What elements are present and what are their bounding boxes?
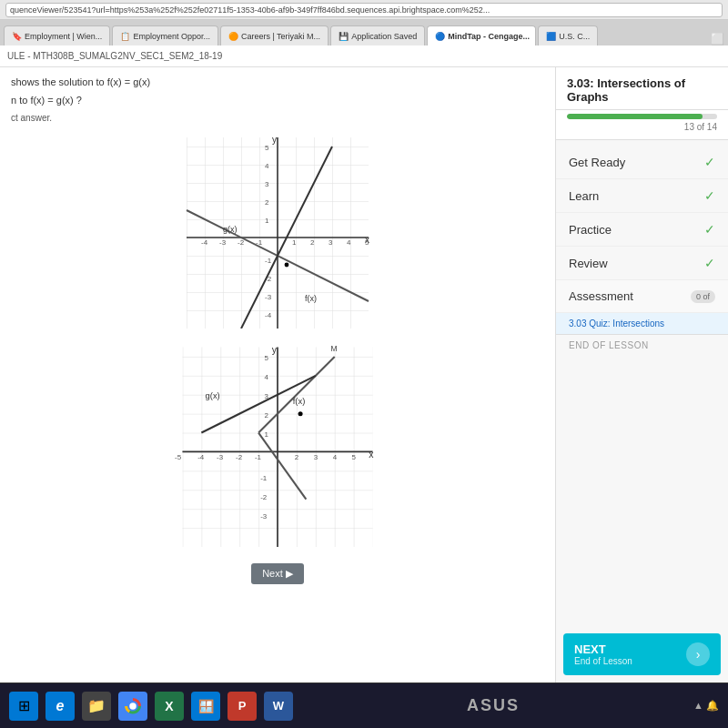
asus-logo: ASUS	[467, 696, 520, 714]
tab-employment-wien[interactable]: 🔖 Employment | Wien...	[4, 25, 110, 46]
svg-text:f(x): f(x)	[305, 294, 317, 303]
svg-text:-1: -1	[265, 257, 272, 265]
check-icon-practice: ✓	[704, 222, 715, 237]
next-content-button[interactable]: Next ▶	[251, 563, 304, 584]
svg-text:2: 2	[295, 453, 299, 461]
check-icon-get-ready: ✓	[704, 155, 715, 169]
taskbar: ⊞ e 📁 X 🪟 P W ASUS ▲ 🔔	[0, 682, 728, 728]
browser-taskbar-icon[interactable]: e	[46, 692, 75, 721]
svg-text:-3: -3	[219, 238, 227, 247]
svg-text:1: 1	[265, 217, 269, 225]
browser-url-bar: quenceViewer/523541?url=https%253a%252f%…	[0, 0, 728, 20]
svg-point-57	[298, 411, 303, 416]
sidebar-label-get-ready: Get Ready	[569, 156, 625, 169]
svg-text:f(x): f(x)	[293, 396, 306, 406]
svg-text:4: 4	[333, 453, 338, 461]
sidebar-label-learn: Learn	[569, 189, 599, 203]
explorer-taskbar-icon[interactable]: 📁	[82, 692, 111, 721]
graphs-container: x y -4 -3 -2 -1 1 2 3 4 5 5 4 3 2 1	[11, 128, 544, 547]
question-text-2: n to f(x) = g(x) ?	[11, 95, 544, 106]
sidebar-item-get-ready[interactable]: Get Ready ✓	[556, 146, 728, 179]
sidebar-item-practice[interactable]: Practice ✓	[556, 213, 728, 247]
svg-text:5: 5	[265, 144, 269, 152]
next-button-label: NEXT	[574, 642, 632, 656]
tab-icon-2: 🟠	[228, 32, 238, 41]
next-button[interactable]: NEXT End of Lesson ›	[563, 633, 721, 675]
word-taskbar-icon[interactable]: W	[264, 692, 293, 721]
bottom-graph: x y -5 -4 -3 -2 -1 2 3 4 5 5 4 3 2 1	[123, 338, 432, 547]
tab-icon-4: 🔵	[435, 32, 445, 41]
svg-text:-3: -3	[217, 453, 224, 461]
check-icon-learn: ✓	[704, 188, 715, 203]
quiz-label: 3.03 Quiz: Intersections	[569, 318, 664, 329]
select-answer-text: ct answer.	[11, 113, 544, 123]
next-button-sublabel: End of Lesson	[574, 656, 632, 666]
svg-text:M: M	[331, 344, 338, 353]
svg-text:5: 5	[264, 354, 268, 362]
tab-careers[interactable]: 🟠 Careers | Teriyaki M...	[220, 25, 329, 46]
svg-text:-2: -2	[236, 453, 243, 461]
svg-text:-1: -1	[255, 453, 262, 461]
tabs-bar: 🔖 Employment | Wien... 📋 Employment Oppo…	[0, 20, 728, 46]
taskbar-center: ASUS	[300, 696, 686, 715]
window-restore-icon[interactable]: ⬜	[711, 33, 724, 46]
tab-icon-1: 📋	[120, 32, 130, 41]
svg-text:y: y	[272, 345, 278, 355]
svg-text:-3: -3	[265, 293, 272, 301]
svg-text:-3: -3	[260, 512, 268, 521]
excel-taskbar-icon[interactable]: X	[155, 692, 184, 721]
progress-bar-container: 13 of 14	[556, 110, 728, 140]
svg-text:4: 4	[347, 238, 351, 247]
question-text: shows the solution to f(x) = g(x)	[11, 76, 544, 87]
svg-text:4: 4	[264, 373, 268, 381]
tab-us[interactable]: 🟦 U.S. C...	[538, 25, 598, 46]
progress-bar-fill	[567, 114, 703, 119]
main-content: shows the solution to f(x) = g(x) n to f…	[0, 67, 728, 682]
assessment-badge: 0 of	[691, 290, 715, 303]
svg-text:-4: -4	[265, 311, 272, 319]
svg-text:3: 3	[329, 238, 333, 247]
svg-text:2: 2	[264, 411, 268, 420]
sidebar-label-assessment: Assessment	[569, 289, 633, 303]
content-scroll[interactable]: shows the solution to f(x) = g(x) n to f…	[11, 76, 544, 673]
left-panel: shows the solution to f(x) = g(x) n to f…	[0, 67, 555, 682]
sidebar-item-quiz[interactable]: 3.03 Quiz: Intersections	[556, 313, 728, 335]
sidebar-item-learn[interactable]: Learn ✓	[556, 179, 728, 213]
svg-text:g(x): g(x)	[223, 225, 238, 234]
sidebar-item-review[interactable]: Review ✓	[556, 247, 728, 280]
svg-text:3: 3	[314, 453, 318, 461]
tab-icon-5: 🟦	[546, 32, 556, 41]
svg-text:2: 2	[310, 238, 315, 247]
svg-point-28	[285, 263, 289, 268]
url-text[interactable]: quenceViewer/523541?url=https%253a%252f%…	[5, 3, 723, 17]
svg-point-58	[129, 703, 136, 710]
tab-mindtap[interactable]: 🔵 MindTap - Cengage...	[427, 25, 536, 46]
svg-text:2: 2	[265, 198, 269, 207]
windows-start-button[interactable]: ⊞	[9, 692, 38, 721]
svg-text:-5: -5	[175, 453, 182, 461]
svg-text:4: 4	[265, 162, 269, 170]
svg-text:-1: -1	[260, 474, 268, 482]
svg-text:-2: -2	[260, 493, 268, 501]
sidebar-label-review: Review	[569, 257, 608, 270]
tab-application-saved[interactable]: 💾 Application Saved	[330, 25, 425, 46]
progress-text: 13 of 14	[567, 122, 717, 132]
right-sidebar: 3.03: Intersections of Graphs 13 of 14 G…	[555, 67, 728, 682]
svg-text:-4: -4	[201, 238, 208, 247]
svg-text:g(x): g(x)	[206, 390, 220, 400]
next-button-content: NEXT End of Lesson	[574, 642, 632, 666]
tab-employment-oppor[interactable]: 📋 Employment Oppor...	[112, 25, 218, 46]
chrome-taskbar-icon[interactable]	[118, 692, 147, 721]
sidebar-item-assessment[interactable]: Assessment 0 of	[556, 280, 728, 313]
next-arrow-icon: ›	[686, 642, 710, 666]
end-of-lesson-label: END OF LESSON	[556, 335, 728, 356]
svg-text:3: 3	[265, 180, 269, 188]
svg-text:5: 5	[352, 453, 357, 461]
store-taskbar-icon[interactable]: 🪟	[191, 692, 220, 721]
powerpoint-taskbar-icon[interactable]: P	[228, 692, 257, 721]
sidebar-label-practice: Practice	[569, 223, 612, 237]
progress-bar-track	[567, 114, 717, 119]
top-graph: x y -4 -3 -2 -1 1 2 3 4 5 5 4 3 2 1	[123, 128, 432, 329]
check-icon-review: ✓	[704, 256, 715, 270]
page-subtitle: ULE - MTH308B_SUMALG2NV_SEC1_SEM2_18-19	[0, 46, 728, 67]
